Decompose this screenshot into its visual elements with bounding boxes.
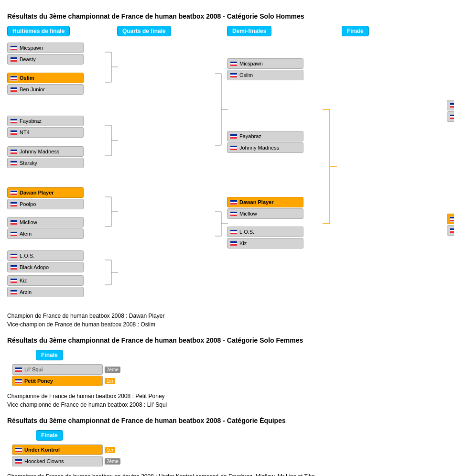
r1-label: Huitièmes de finale <box>7 26 70 36</box>
champions-femmes-2: Vice-championne de France de human beatb… <box>7 401 447 408</box>
flag <box>450 216 454 222</box>
e-p2: Hoocked Clowns <box>12 456 103 466</box>
flag <box>10 45 18 51</box>
round1-col: Huitièmes de finale Micspawn Beasty Osli… <box>7 26 70 40</box>
e-p2-row: Hoocked Clowns 2ème <box>12 456 120 466</box>
r1-match3: Fayabraz NT4 <box>7 116 84 138</box>
r2m4p2: Kiz <box>227 238 303 249</box>
champions-hommes-2: Vice-champion de France de human beatbox… <box>7 321 447 328</box>
f-p1: Lil' Squi <box>12 364 103 375</box>
flag <box>230 61 238 66</box>
round2-col: Quarts de finale Micspawn Oslim Fayabraz… <box>117 26 171 40</box>
r1m6p1: Micflow <box>7 217 84 227</box>
r1-match7: L.O.S. Black Adopo <box>7 250 84 272</box>
r1m5p1: Dawan Player <box>7 187 84 198</box>
r3-match1: Oslim Johnny Madness <box>447 100 454 122</box>
flag <box>10 202 18 207</box>
flag <box>10 149 18 154</box>
flag <box>10 220 18 225</box>
r2m2p2: Johnny Madness <box>227 142 303 153</box>
r2m1p2: Oslim <box>227 70 303 80</box>
r1m1p2: Beasty <box>7 54 84 65</box>
flag <box>10 265 18 270</box>
r2m4p1: L.O.S. <box>227 227 303 237</box>
r1-match1: Micspawn Beasty <box>7 43 84 65</box>
r1m2p1: Oslim <box>7 73 84 83</box>
flag <box>10 190 18 195</box>
e-finale-label: Finale <box>36 430 63 441</box>
r2m2p1: Fayabraz <box>227 131 303 141</box>
title-hommes: Résultats du 3ème championnat de France … <box>7 12 447 20</box>
flag <box>15 459 22 464</box>
r2-match2: Fayabraz Johnny Madness <box>227 131 303 153</box>
r4-label: Finale <box>342 26 369 36</box>
r1-match4: Johnny Madness Starsky <box>7 146 84 168</box>
flag <box>450 114 454 119</box>
r1-match6: Micflow Alem <box>7 217 84 239</box>
flag <box>10 119 18 124</box>
r1m4p2: Starsky <box>7 158 84 168</box>
f-place2: 1er <box>105 378 115 384</box>
r1m8p2: Arzin <box>7 287 84 297</box>
e-p1: Under Kontrol <box>12 444 103 455</box>
r3m2p1: Dawan Player <box>447 214 454 224</box>
r1m8p1: Kiz <box>7 275 84 286</box>
champions-equipes-1: Champions de France de human beatbox en … <box>7 473 447 476</box>
flag <box>10 76 18 81</box>
r1-match8: Kiz Arzin <box>7 275 84 297</box>
f-p2-row: Petit Poney 1er <box>12 376 120 386</box>
flag <box>10 130 18 135</box>
r3m1p2: Johnny Madness <box>447 111 454 122</box>
flag <box>10 290 18 295</box>
flag <box>10 253 18 259</box>
r2-match3: Dawan Player Micflow <box>227 197 303 219</box>
flag <box>15 367 22 372</box>
r2m3p1: Dawan Player <box>227 197 303 207</box>
r1-match2: Oslim Ben Junior <box>7 73 84 95</box>
flag <box>230 73 238 78</box>
flag <box>230 211 238 216</box>
flag <box>15 379 22 384</box>
femmes-finale: Lil' Squi 2ème Petit Poney 1er <box>12 364 120 386</box>
r1m1p1: Micspawn <box>7 43 84 53</box>
title-femmes: Résultats du 3ème championnat de France … <box>7 336 447 344</box>
flag <box>10 87 18 92</box>
bracket-hommes: Huitièmes de finale Micspawn Beasty Osli… <box>7 26 447 308</box>
f-p1-row: Lil' Squi 2ème <box>12 364 120 375</box>
e-p1-row: Under Kontrol 1er <box>12 444 120 455</box>
e-place2: 2ème <box>105 458 120 465</box>
r3-match2: Dawan Player Kiz <box>447 214 454 236</box>
r2-match1: Micspawn Oslim <box>227 58 303 80</box>
bracket-equipes: Finale Under Kontrol 1er Hoocked Clowns … <box>7 430 447 468</box>
flag <box>10 231 18 237</box>
r2-match4: L.O.S. Kiz <box>227 227 303 249</box>
flag <box>10 161 18 166</box>
flag <box>230 229 238 235</box>
r2m3p2: Micflow <box>227 208 303 219</box>
r3m1p1: Oslim <box>447 100 454 110</box>
equipes-finale: Under Kontrol 1er Hoocked Clowns 2ème <box>12 444 120 466</box>
f-finale-label: Finale <box>36 350 63 360</box>
flag <box>450 103 454 108</box>
flag <box>10 57 18 62</box>
flag <box>450 228 454 233</box>
flag <box>230 200 238 205</box>
r1m7p1: L.O.S. <box>7 250 84 261</box>
r1m7p2: Black Adopo <box>7 262 84 272</box>
champions-femmes-1: Championne de France de human beatbox 20… <box>7 393 447 400</box>
title-equipes: Résultats du 3ème championnat de France … <box>7 417 447 424</box>
r1-match5: Dawan Player Poolpo <box>7 187 84 209</box>
round4-col: Finale Oslim 2ème Dawan Player 1er <box>342 26 369 40</box>
r1m4p1: Johnny Madness <box>7 146 84 157</box>
r1m3p1: Fayabraz <box>7 116 84 126</box>
r3-label: Demi-finales <box>227 26 271 36</box>
r1m2p2: Ben Junior <box>7 84 84 95</box>
f-p2: Petit Poney <box>12 376 103 386</box>
champions-hommes-1: Champion de France de human beatbox 2008… <box>7 313 447 319</box>
bracket-femmes: Finale Lil' Squi 2ème Petit Poney 1er <box>7 350 447 388</box>
flag <box>10 278 18 283</box>
r3m2p2: Kiz <box>447 225 454 236</box>
r2m1p1: Micspawn <box>227 58 303 69</box>
flag <box>230 134 238 139</box>
r2-label: Quarts de finale <box>117 26 171 36</box>
